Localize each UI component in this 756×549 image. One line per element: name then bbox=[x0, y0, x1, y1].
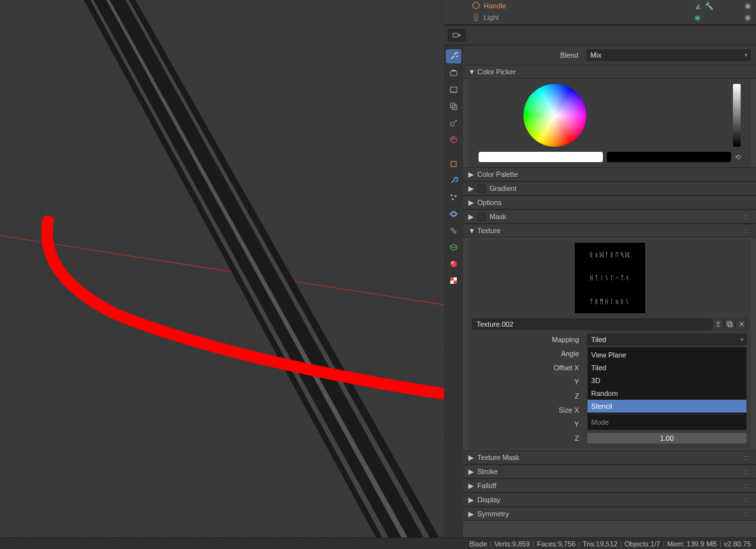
gradient-checkbox[interactable] bbox=[477, 184, 486, 193]
tab-world[interactable] bbox=[446, 133, 461, 147]
visibility-toggle-icon[interactable]: ◉ bbox=[744, 1, 751, 10]
tab-material[interactable] bbox=[446, 257, 461, 271]
outliner-row-handle[interactable]: Handle ◭ 🔧 ◉ bbox=[449, 0, 751, 12]
drag-handle-icon[interactable]: :::: bbox=[744, 482, 751, 489]
outliner-item-label: Handle bbox=[484, 2, 693, 10]
panel-title: Texture bbox=[477, 227, 500, 234]
swap-colors-icon[interactable]: ⟲ bbox=[735, 153, 741, 161]
panel-header-options[interactable]: ▶ Options bbox=[463, 195, 756, 209]
svg-rect-30 bbox=[454, 281, 457, 284]
panel-header-texture-mask[interactable]: ▶ Texture Mask :::: bbox=[463, 450, 756, 464]
value-slider[interactable] bbox=[733, 84, 741, 147]
mapping-option-3d[interactable]: 3D bbox=[588, 374, 746, 387]
tab-scene[interactable] bbox=[446, 116, 461, 130]
svg-rect-33 bbox=[728, 323, 732, 327]
mesh-icon bbox=[471, 1, 481, 11]
chevron-right-icon: ▶ bbox=[468, 482, 475, 490]
status-bar: Blade| Verts:9,859| Faces:9,756| Tris:19… bbox=[0, 537, 756, 549]
color-secondary[interactable] bbox=[607, 152, 731, 162]
panel-title: Color Palette bbox=[477, 170, 518, 178]
visibility-toggle-icon[interactable]: ◉ bbox=[744, 13, 751, 22]
svg-point-26 bbox=[451, 261, 454, 264]
tab-data[interactable] bbox=[446, 240, 461, 254]
chevron-right-icon: ▶ bbox=[468, 510, 475, 518]
tab-render[interactable] bbox=[446, 66, 461, 80]
blend-row: Blend Mix bbox=[463, 45, 756, 65]
mapping-option-view-plane[interactable]: View Plane bbox=[588, 348, 746, 361]
tab-particles[interactable] bbox=[446, 190, 461, 204]
texture-name-field[interactable]: Texture.002 bbox=[472, 318, 712, 330]
svg-rect-9 bbox=[450, 71, 457, 76]
chevron-right-icon: ▶ bbox=[468, 184, 475, 193]
panel-header-falloff[interactable]: ▶ Falloff :::: bbox=[463, 479, 756, 493]
properties-tab-column bbox=[444, 45, 463, 537]
drag-handle-icon[interactable]: :::: bbox=[744, 496, 751, 504]
new-texture-button[interactable] bbox=[724, 318, 735, 330]
viewport-3d[interactable] bbox=[0, 0, 444, 537]
tab-output[interactable] bbox=[446, 83, 461, 97]
mapping-option-random[interactable]: Random bbox=[588, 387, 746, 400]
svg-rect-11 bbox=[450, 87, 457, 92]
drag-handle-icon[interactable]: :::: bbox=[744, 511, 751, 518]
tab-active-tool[interactable] bbox=[446, 49, 461, 63]
panel-header-color-palette[interactable]: ▶ Color Palette bbox=[463, 167, 756, 181]
fake-user-button[interactable] bbox=[712, 318, 724, 330]
outliner[interactable]: Handle ◭ 🔧 ◉ Light ◉ ◉ bbox=[444, 0, 756, 24]
light-data-icon[interactable]: ◉ bbox=[694, 13, 701, 22]
panel-header-color-picker[interactable]: ▼ Color Picker bbox=[463, 65, 756, 79]
size-y-label: Y bbox=[472, 420, 587, 428]
mesh-data-icon[interactable]: ◭ bbox=[696, 2, 701, 10]
outliner-row-light[interactable]: Light ◉ ◉ bbox=[449, 12, 751, 23]
tab-physics[interactable] bbox=[446, 207, 461, 221]
svg-rect-32 bbox=[727, 322, 731, 325]
chevron-right-icon: ▶ bbox=[468, 199, 475, 207]
drag-handle-icon[interactable]: :::: bbox=[744, 227, 751, 234]
mask-checkbox[interactable] bbox=[477, 213, 486, 221]
color-wheel[interactable] bbox=[523, 84, 586, 147]
panel-header-display[interactable]: ▶ Display :::: bbox=[463, 493, 756, 507]
blend-dropdown[interactable]: Mix bbox=[586, 49, 751, 61]
status-object: Blade bbox=[469, 540, 487, 548]
tab-view-layer[interactable] bbox=[446, 99, 461, 113]
tab-modifier[interactable] bbox=[446, 174, 461, 188]
drag-handle-icon[interactable]: :::: bbox=[744, 454, 751, 461]
status-mem: Mem: 139.9 MB bbox=[667, 540, 717, 548]
svg-point-21 bbox=[451, 211, 456, 217]
status-objects: Objects:1/7 bbox=[625, 540, 661, 548]
mapping-option-tiled[interactable]: Tiled bbox=[588, 361, 746, 374]
status-verts: Verts:9,859 bbox=[494, 540, 530, 548]
chevron-right-icon: ▶ bbox=[468, 454, 475, 462]
panel-header-gradient[interactable]: ▶ Gradient bbox=[463, 181, 756, 195]
drag-handle-icon[interactable]: :::: bbox=[744, 468, 751, 475]
chevron-down-icon: ▼ bbox=[468, 227, 475, 234]
size-x-label: Size X bbox=[472, 406, 587, 414]
panel-header-mask[interactable]: ▶ Mask :::: bbox=[463, 209, 756, 224]
tab-object[interactable] bbox=[446, 157, 461, 171]
dropdown-separator bbox=[590, 414, 744, 414]
modifier-icon[interactable]: 🔧 bbox=[705, 2, 714, 10]
mapping-option-stencil[interactable]: Stencil bbox=[588, 400, 746, 413]
color-primary[interactable] bbox=[479, 152, 603, 162]
tab-constraints[interactable] bbox=[446, 224, 461, 238]
mapping-dropdown[interactable]: Tiled bbox=[587, 334, 747, 345]
size-z-row: Z 1.00 bbox=[472, 431, 747, 445]
texture-preview[interactable]: ᚱᛟᛞᚨᚱᛖᛪᛞ ᚺᛏᛁᛊᛚᚲᛏᚾ ᛏᛒᛗᚺᛚᛟᚱᛊ bbox=[575, 243, 645, 313]
viewport-scene bbox=[0, 0, 444, 537]
pin-button[interactable] bbox=[448, 29, 466, 42]
rune-line: ᛏᛒᛗᚺᛚᛟᚱᛊ bbox=[589, 298, 630, 305]
panel-header-symmetry[interactable]: ▶ Symmetry :::: bbox=[463, 507, 756, 521]
svg-point-16 bbox=[450, 136, 457, 143]
unlink-texture-button[interactable]: ✕ bbox=[735, 318, 747, 330]
svg-rect-10 bbox=[452, 70, 456, 71]
panel-title: Color Picker bbox=[477, 68, 516, 76]
svg-rect-8 bbox=[453, 33, 458, 37]
drag-handle-icon[interactable]: :::: bbox=[744, 213, 751, 220]
panel-title: Display bbox=[477, 496, 500, 504]
size-z-field[interactable]: 1.00 bbox=[587, 432, 747, 444]
panel-header-texture[interactable]: ▼ Texture :::: bbox=[463, 224, 756, 238]
tab-texture[interactable] bbox=[446, 274, 461, 288]
panel-title: Symmetry bbox=[477, 510, 509, 518]
rune-line: ᚱᛟᛞᚨᚱᛖᛪᛞ bbox=[589, 251, 630, 258]
offset-z-label: Z bbox=[472, 392, 587, 400]
panel-header-stroke[interactable]: ▶ Stroke :::: bbox=[463, 464, 756, 479]
